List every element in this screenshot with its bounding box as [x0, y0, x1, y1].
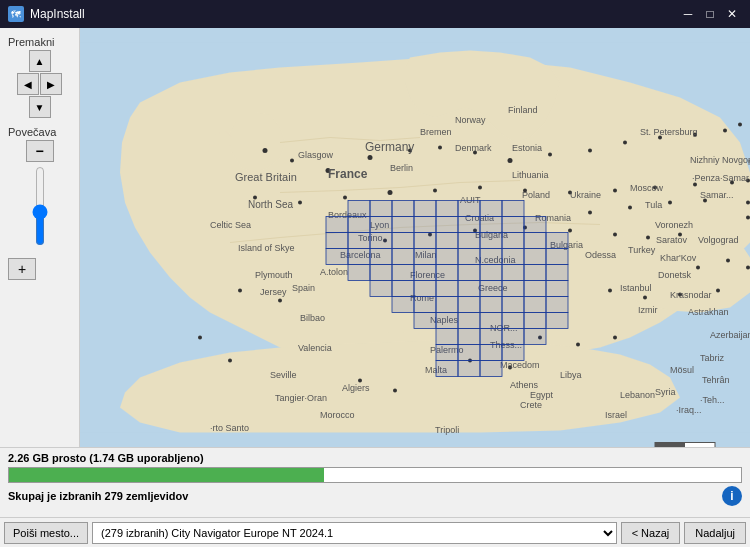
- svg-rect-210: [436, 281, 458, 297]
- svg-point-27: [723, 129, 727, 133]
- svg-rect-233: [480, 329, 502, 345]
- title-bar: 🗺 MapInstall ─ □ ✕: [0, 0, 750, 28]
- svg-text:Lithuania: Lithuania: [512, 170, 549, 180]
- svg-point-71: [696, 266, 700, 270]
- svg-point-37: [613, 189, 617, 193]
- svg-rect-240: [436, 361, 458, 377]
- zoom-controls: −: [8, 140, 71, 246]
- svg-rect-194: [502, 249, 524, 265]
- svg-rect-161: [436, 201, 458, 217]
- svg-rect-218: [436, 297, 458, 313]
- add-button[interactable]: +: [8, 258, 36, 280]
- svg-rect-237: [458, 345, 480, 361]
- svg-text:Tehrân: Tehrân: [702, 375, 730, 385]
- svg-text:Moscow: Moscow: [630, 183, 664, 193]
- map-svg: North Sea Celtic Sea Great Britain Islan…: [80, 28, 750, 447]
- svg-text:Israel: Israel: [605, 410, 627, 420]
- svg-rect-159: [392, 201, 414, 217]
- svg-rect-184: [524, 233, 546, 249]
- back-button[interactable]: < Nazaj: [621, 522, 681, 544]
- svg-text:Spain: Spain: [292, 283, 315, 293]
- close-button[interactable]: ✕: [722, 5, 742, 23]
- zoom-minus-button[interactable]: −: [26, 140, 54, 162]
- svg-point-69: [198, 336, 202, 340]
- svg-rect-188: [370, 249, 392, 265]
- svg-rect-196: [546, 249, 568, 265]
- svg-rect-171: [458, 217, 480, 233]
- svg-text:Tula: Tula: [645, 200, 662, 210]
- svg-rect-241: [458, 361, 480, 377]
- minimize-button[interactable]: ─: [678, 5, 698, 23]
- svg-point-21: [508, 158, 513, 163]
- info-button[interactable]: i: [722, 486, 742, 506]
- svg-rect-160: [414, 201, 436, 217]
- svg-text:Jersey: Jersey: [260, 287, 287, 297]
- svg-point-68: [393, 389, 397, 393]
- svg-rect-228: [502, 313, 524, 329]
- next-button[interactable]: Nadaljuj: [684, 522, 746, 544]
- svg-rect-189: [392, 249, 414, 265]
- svg-point-23: [588, 149, 592, 153]
- svg-text:Tangier·Oran: Tangier·Oran: [275, 393, 327, 403]
- svg-text:Macedom: Macedom: [500, 360, 540, 370]
- svg-text:Seville: Seville: [270, 370, 297, 380]
- svg-rect-168: [392, 217, 414, 233]
- map-select-dropdown[interactable]: (279 izbranih) City Navigator Europe NT …: [92, 522, 617, 544]
- svg-rect-242: [480, 361, 502, 377]
- progress-container: [8, 467, 742, 483]
- svg-point-61: [716, 289, 720, 293]
- svg-text:North Sea: North Sea: [248, 199, 293, 210]
- svg-text:Nizhniy Novgor...: Nizhniy Novgor...: [690, 155, 750, 165]
- progress-bar: [9, 468, 324, 482]
- svg-text:Algiers: Algiers: [342, 383, 370, 393]
- svg-rect-235: [524, 329, 546, 345]
- svg-rect-163: [480, 201, 502, 217]
- svg-rect-226: [458, 313, 480, 329]
- svg-text:Bilbao: Bilbao: [300, 313, 325, 323]
- zoom-label: Povečava: [8, 126, 71, 138]
- svg-rect-203: [480, 265, 502, 281]
- svg-point-28: [738, 123, 742, 127]
- svg-text:Germany: Germany: [365, 140, 414, 154]
- svg-text:Lebanon: Lebanon: [620, 390, 655, 400]
- svg-text:Turkey: Turkey: [628, 245, 656, 255]
- svg-rect-199: [392, 265, 414, 281]
- svg-rect-165: [326, 217, 348, 233]
- svg-text:Estonia: Estonia: [512, 143, 542, 153]
- svg-text:Great Britain: Great Britain: [235, 171, 297, 183]
- svg-rect-224: [414, 313, 436, 329]
- map-area[interactable]: North Sea Celtic Sea Great Britain Islan…: [80, 28, 750, 447]
- svg-rect-214: [524, 281, 546, 297]
- svg-text:France: France: [328, 167, 368, 181]
- svg-text:·Iraq...: ·Iraq...: [676, 405, 702, 415]
- svg-rect-230: [546, 313, 568, 329]
- nav-down-button[interactable]: ▼: [29, 96, 51, 118]
- svg-point-53: [613, 233, 617, 237]
- svg-text:Poland: Poland: [522, 190, 550, 200]
- svg-text:Mösul: Mösul: [670, 365, 694, 375]
- svg-rect-207: [370, 281, 392, 297]
- svg-point-46: [668, 201, 672, 205]
- svg-rect-162: [458, 201, 480, 217]
- svg-rect-239: [502, 345, 524, 361]
- svg-rect-157: [348, 201, 370, 217]
- svg-rect-231: [436, 329, 458, 345]
- app-icon: 🗺: [8, 6, 24, 22]
- maximize-button[interactable]: □: [700, 5, 720, 23]
- svg-rect-213: [502, 281, 524, 297]
- nav-right-button[interactable]: ▶: [40, 73, 62, 95]
- svg-point-58: [608, 289, 612, 293]
- search-place-button[interactable]: Poiši mesto...: [4, 522, 88, 544]
- nav-up-button[interactable]: ▲: [29, 50, 51, 72]
- nav-controls: ▲ ◀ ▶ ▼: [8, 50, 71, 118]
- nav-left-button[interactable]: ◀: [17, 73, 39, 95]
- svg-text:Samar...: Samar...: [700, 190, 734, 200]
- app-title: MapInstall: [30, 7, 85, 21]
- svg-rect-206: [546, 265, 568, 281]
- svg-rect-216: [392, 297, 414, 313]
- zoom-slider[interactable]: [30, 166, 50, 246]
- svg-point-70: [228, 359, 232, 363]
- svg-text:Syria: Syria: [655, 387, 676, 397]
- svg-point-73: [746, 266, 750, 270]
- svg-text:Saratov: Saratov: [656, 235, 688, 245]
